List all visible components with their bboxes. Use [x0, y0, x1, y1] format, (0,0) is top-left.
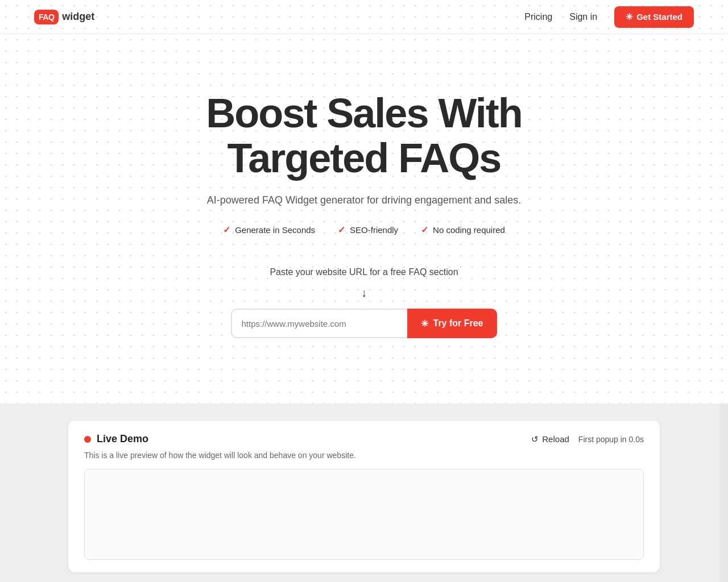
demo-card: Live Demo ↺ Reload First popup in 0.0s T…	[68, 421, 660, 572]
check-icon-3: ✓	[421, 225, 428, 235]
hero-content: Boost Sales With Targeted FAQs AI-powere…	[0, 34, 728, 372]
url-input[interactable]	[231, 309, 407, 338]
navbar: FAQ widget Pricing Sign in ✳ Get Started	[0, 0, 728, 34]
demo-preview	[84, 469, 644, 560]
url-hint: Paste your website URL for a free FAQ se…	[270, 267, 458, 277]
reload-icon: ↺	[531, 434, 539, 444]
hero-section: FAQ widget Pricing Sign in ✳ Get Started…	[0, 0, 728, 404]
popup-timer: First popup in 0.0s	[578, 435, 644, 444]
sparkle-icon-btn: ✳	[421, 318, 428, 329]
feature-badges: ✓ Generate in Seconds ✓ SEO-friendly ✓ N…	[223, 225, 505, 235]
nav-links: Pricing Sign in ✳ Get Started	[524, 6, 694, 28]
hero-title: Boost Sales With Targeted FAQs	[206, 91, 522, 181]
check-icon-2: ✓	[338, 225, 345, 235]
badge-nocoding: ✓ No coding required	[421, 225, 505, 235]
live-dot	[84, 436, 91, 443]
demo-title-row: Live Demo	[84, 433, 148, 445]
url-input-row: ✳ Try for Free	[231, 309, 497, 338]
logo: FAQ widget	[34, 10, 94, 24]
hero-subtitle: AI-powered FAQ Widget generator for driv…	[207, 194, 521, 206]
demo-title: Live Demo	[97, 433, 148, 445]
demo-section: Live Demo ↺ Reload First popup in 0.0s T…	[0, 404, 728, 582]
arrow-down-icon: ↓	[361, 286, 367, 300]
demo-controls: ↺ Reload First popup in 0.0s	[531, 434, 644, 444]
signin-link[interactable]: Sign in	[569, 12, 597, 22]
sparkle-icon: ✳	[626, 12, 633, 22]
demo-header: Live Demo ↺ Reload First popup in 0.0s	[84, 433, 644, 445]
logo-word: widget	[62, 11, 94, 23]
try-free-button[interactable]: ✳ Try for Free	[407, 309, 497, 338]
badge-seo: ✓ SEO-friendly	[338, 225, 398, 235]
check-icon-1: ✓	[223, 225, 230, 235]
url-section: Paste your website URL for a free FAQ se…	[231, 267, 497, 338]
reload-button[interactable]: ↺ Reload	[531, 434, 569, 444]
get-started-button[interactable]: ✳ Get Started	[614, 6, 694, 28]
demo-description: This is a live preview of how the widget…	[84, 451, 644, 460]
pricing-link[interactable]: Pricing	[524, 12, 552, 22]
logo-box: FAQ	[34, 10, 59, 24]
badge-generate: ✓ Generate in Seconds	[223, 225, 315, 235]
